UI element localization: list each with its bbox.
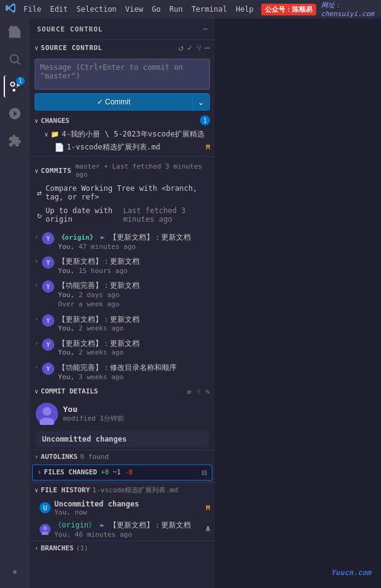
activity-search[interactable] xyxy=(4,48,26,70)
uncommitted-changes-label: Uncommitted changes xyxy=(42,435,127,443)
commit-details-header[interactable]: ∨ COMMIT DETAILS ⇄ ⑂ ✎ xyxy=(30,384,215,399)
commits-section: ∨ COMMITS master • Last fetched 3 minute… xyxy=(30,159,215,384)
commit-arrow-button[interactable]: ⌄ xyxy=(192,94,209,110)
file-history-header[interactable]: ∨ FILE HISTORY 1-vscode精选扩展列表.md xyxy=(30,482,215,498)
menu-go[interactable]: Go xyxy=(152,5,161,14)
commit-4-info: 【更新文档】：更新文档 You, 2 weeks ago xyxy=(58,338,210,358)
commit-item-4[interactable]: › Y 【更新文档】：更新文档 You, 2 weeks ago xyxy=(30,336,215,360)
commits-meta: master • Last fetched 3 minutes ago xyxy=(75,162,210,178)
commit-2-extra: Over a week ago xyxy=(58,300,119,308)
branches-header[interactable]: › BRANCHES (1) xyxy=(30,540,215,555)
branches-title: BRANCHES xyxy=(41,544,73,552)
commit-item-0[interactable]: › Y 《origin》 ► 【更新文档】：更新文档 You, 47 minut… xyxy=(30,230,215,254)
commit-button[interactable]: ✓ Commit xyxy=(35,94,192,110)
uptodate-action[interactable]: ↻ Up to date with origin Last fetched 3 … xyxy=(30,204,215,226)
file-status: M xyxy=(206,143,210,151)
autolinks-chevron: › xyxy=(35,453,38,460)
commit-1-author: You, xyxy=(58,267,78,275)
commit-details-title: COMMIT DETAILS xyxy=(41,387,98,395)
activity-source-control[interactable]: 1 xyxy=(4,75,26,98)
commit-details-actions: ⇄ ⑂ ✎ xyxy=(187,387,210,396)
cd-action-1[interactable]: ⇄ xyxy=(187,387,191,396)
compare-action[interactable]: ⇄ Compare Working Tree with <branch, tag… xyxy=(30,182,215,204)
svg-line-2 xyxy=(17,62,20,64)
changes-badge: 1 xyxy=(200,116,210,125)
commit-1-time: 15 hours ago xyxy=(78,267,127,275)
sc-chevron: ∨ xyxy=(35,44,38,51)
history-item-1-icon xyxy=(40,524,51,535)
commit-item-2[interactable]: › Y 【功能完善】：更新文档 You, 2 days ago Over a w… xyxy=(30,278,215,311)
sc-action-branch[interactable]: ⑂ xyxy=(196,43,201,52)
menu-selection[interactable]: Selection xyxy=(77,5,117,14)
history-item-1-origin: 《origin》 xyxy=(54,521,96,529)
commit-0-info: 《origin》 ► 【更新文档】：更新文档 You, 47 minutes a… xyxy=(58,232,210,251)
folder-name: 4-我的小册 \ 5-2023年vscode扩展精选 xyxy=(62,129,204,140)
uncommitted-changes-box: Uncommitted changes xyxy=(36,431,209,447)
commit-item-1[interactable]: › Y 【更新文档】：更新文档 You, 15 hours ago xyxy=(30,254,215,278)
commit-2-text: 【功能完善】：更新文档 xyxy=(58,281,140,290)
sc-section-header[interactable]: ∨ SOURCE CONTROL ↺ ✓ ⑂ ⋯ xyxy=(30,40,215,55)
history-item-1[interactable]: 《origin》 ► 【更新文档】：更新文档 You, 46 minutes a… xyxy=(30,518,215,540)
menu-run[interactable]: Run xyxy=(169,5,183,14)
sc-action-refresh[interactable]: ↺ xyxy=(178,43,183,52)
menu-terminal[interactable]: Terminal xyxy=(191,5,227,14)
title-bar: File Edit Selection View Go Run Terminal… xyxy=(0,0,381,19)
branches-chevron: › xyxy=(35,545,38,552)
commit-5-time: 3 weeks ago xyxy=(78,373,124,381)
activity-extensions[interactable] xyxy=(4,130,26,152)
activity-explorer[interactable] xyxy=(4,21,26,43)
commit-button-label: ✓ Commit xyxy=(97,98,131,106)
files-changed-row[interactable]: › FILES CHANGED +0 ~1 -0 ⊟ xyxy=(32,464,212,481)
sc-action-more[interactable]: ⋯ xyxy=(205,43,210,52)
commit-details-avatar xyxy=(36,403,58,425)
changes-folder[interactable]: ∨ 📁 4-我的小册 \ 5-2023年vscode扩展精选 xyxy=(30,128,215,141)
commits-chevron: ∨ xyxy=(35,167,38,174)
svg-point-1 xyxy=(10,55,19,63)
svg-rect-0 xyxy=(9,30,20,38)
svg-text:Y: Y xyxy=(46,284,50,290)
commit-3-text: 【更新文档】：更新文档 xyxy=(58,315,140,324)
commit-0-origin: 《origin》 xyxy=(58,233,96,242)
commit-message-input[interactable]: Message (Ctrl+Enter to commit on "master… xyxy=(35,59,210,90)
cd-action-3[interactable]: ✎ xyxy=(206,387,210,396)
files-changed-title: FILES CHANGED xyxy=(44,468,97,476)
commit-2-info: 【功能完善】：更新文档 You, 2 days ago Over a week … xyxy=(58,280,210,309)
commit-item-5[interactable]: › Y 【功能完善】：修改目录名称和顺序 You, 3 weeks ago xyxy=(30,360,215,384)
source-control-panel: ∨ SOURCE CONTROL ↺ ✓ ⑂ ⋯ Message (Ctrl+E… xyxy=(30,40,215,588)
menu-file[interactable]: File xyxy=(23,5,41,14)
history-item-0[interactable]: U Uncommitted changes You, now M xyxy=(30,498,215,518)
activity-bar: 1 xyxy=(0,19,30,588)
history-item-1-arrow: ► xyxy=(101,521,105,529)
commits-header[interactable]: ∨ COMMITS master • Last fetched 3 minute… xyxy=(30,159,215,182)
changes-header[interactable]: ∨ Changes 1 xyxy=(30,113,215,128)
files-changed-chevron: › xyxy=(38,469,41,476)
commit-3-avatar: Y xyxy=(42,314,54,327)
commit-0-chevron: › xyxy=(35,233,38,240)
menu-view[interactable]: View xyxy=(125,5,143,14)
commit-3-time: 2 weeks ago xyxy=(78,324,124,332)
cd-action-2[interactable]: ⑂ xyxy=(196,387,201,396)
history-item-0-subtext: You, now xyxy=(54,508,202,516)
commit-2-author: You, xyxy=(58,291,78,299)
markdown-icon: 📄 xyxy=(54,143,64,152)
menu-edit[interactable]: Edit xyxy=(50,5,68,14)
autolinks-count: 0 found xyxy=(80,453,109,461)
commit-0-author: You, xyxy=(58,243,78,251)
stat-add: +0 xyxy=(101,468,109,476)
autolinks-header[interactable]: › AUTOLINKS 0 found xyxy=(30,450,215,463)
panel-action-sync[interactable]: ⋯ xyxy=(203,25,207,33)
activity-run[interactable] xyxy=(4,103,26,125)
files-changed-icon[interactable]: ⊟ xyxy=(202,468,207,477)
sc-action-checkmark[interactable]: ✓ xyxy=(187,43,192,52)
commit-item-3[interactable]: › Y 【更新文档】：更新文档 You, 2 weeks ago xyxy=(30,312,215,336)
activity-git[interactable] xyxy=(4,561,26,583)
main-layout: 1 SOURCE CONTROL ⋯ xyxy=(0,19,381,588)
file-history-chevron: ∨ xyxy=(35,487,38,494)
commit-2-avatar: Y xyxy=(42,280,54,293)
commit-1-avatar: Y xyxy=(42,256,54,269)
menu-help[interactable]: Help xyxy=(236,5,254,14)
changes-file[interactable]: 📄 1-vscode精选扩展列表.md M xyxy=(30,141,215,154)
file-name: 1-vscode精选扩展列表.md xyxy=(67,142,160,153)
history-item-0-content: Uncommitted changes You, now xyxy=(54,500,202,516)
history-item-1-text: 《origin》 ► 【更新文档】：更新文档 xyxy=(54,520,202,531)
